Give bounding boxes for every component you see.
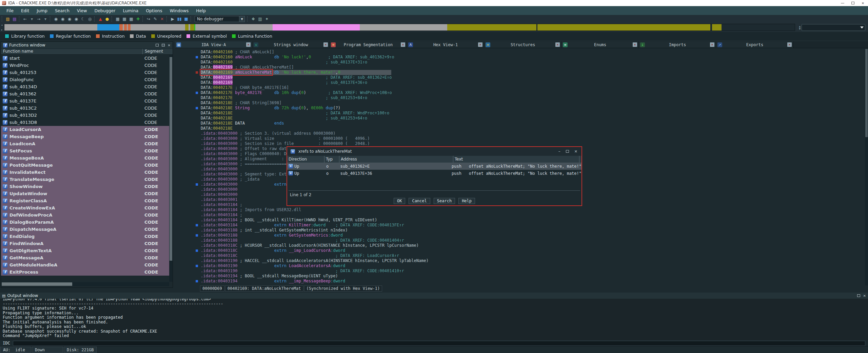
- function-row[interactable]: fGetMessageACODE: [1, 254, 173, 261]
- xref-column-typ[interactable]: Typ: [324, 156, 339, 163]
- disassembly-line[interactable]: DATA:00402169 aNoLuckThereMat db 'No luc…: [201, 70, 865, 75]
- save-icon[interactable]: ▤: [11, 16, 18, 22]
- function-row[interactable]: fsub_401362CODE: [1, 90, 173, 97]
- menu-item-windows[interactable]: Windows: [166, 8, 193, 13]
- xrefs-column-header[interactable]: DirectionTypAddressText: [287, 156, 581, 163]
- disassembly-line[interactable]: DATA:0040218E String db 72h dup(0), 0E00…: [201, 106, 865, 111]
- column-segment[interactable]: Segment: [143, 49, 163, 54]
- menu-item-jump[interactable]: Jump: [33, 8, 51, 13]
- tab-close-icon[interactable]: ✕: [401, 42, 405, 47]
- float-window-button[interactable]: [156, 44, 159, 47]
- search-sequence-icon[interactable]: ◉: [73, 16, 80, 22]
- menu-item-view[interactable]: View: [73, 8, 91, 13]
- disassembly-line[interactable]: .idata:00403184 ;: [201, 212, 865, 218]
- menu-item-search[interactable]: Search: [51, 8, 73, 13]
- search-next-icon[interactable]: ◉: [59, 16, 66, 22]
- disassembly-line[interactable]: DATA:0040218E: [201, 126, 865, 131]
- disasm-scroll-thumb[interactable]: [865, 49, 868, 137]
- functions-vscrollbar[interactable]: [169, 55, 173, 282]
- stop-process-icon[interactable]: ■: [183, 16, 190, 22]
- xref-row[interactable]: ≣Uposub_40137E+36push offset aNoLuckTher…: [287, 170, 581, 177]
- dialog-close-button[interactable]: ✕: [574, 149, 577, 154]
- navband-scroll-arrows[interactable]: ◂▸: [0, 24, 3, 31]
- function-row[interactable]: fShowWindowCODE: [1, 183, 173, 190]
- function-row[interactable]: fMessageBoxACODE: [1, 154, 173, 162]
- create-function-icon[interactable]: ✚: [135, 16, 141, 22]
- tab-enums[interactable]: ≡Enums✕: [561, 41, 639, 48]
- function-row[interactable]: fsub_4013D8CODE: [1, 119, 173, 126]
- tab-program-segmentation[interactable]: ≋Program Segmentation✕: [330, 41, 407, 48]
- maximize-window-button[interactable]: [162, 44, 165, 47]
- disassembly-line[interactable]: DATA:0040218E ; sub_401253+64↑o: [201, 116, 865, 121]
- search-immediate-icon[interactable]: ◉: [66, 16, 73, 22]
- minimize-button[interactable]: [837, 0, 848, 6]
- function-row[interactable]: fLoadIconACODE: [1, 140, 173, 147]
- make-name-icon[interactable]: ▦: [128, 16, 135, 22]
- functions-column-header[interactable]: Function name Segment: [1, 49, 173, 55]
- disassembly-line[interactable]: DATA:0040218E DATA ends: [201, 121, 865, 126]
- tab-close-icon[interactable]: ✕: [633, 42, 637, 47]
- function-row[interactable]: fMessageBeepCODE: [1, 133, 173, 140]
- disassembly-line[interactable]: DATA:0040217E byte_40217E db 10h dup(0) …: [201, 90, 865, 95]
- navigate-forward-dropdown-icon[interactable]: ▾: [42, 16, 49, 22]
- disassembly-line[interactable]: .idata:00403184 ; Imports from USER32.dl…: [201, 207, 865, 212]
- watches-icon[interactable]: ✦: [263, 16, 270, 22]
- debugger-setup-icon[interactable]: ❖: [250, 16, 257, 22]
- jump-icon[interactable]: ↪: [145, 16, 152, 22]
- disassembly-line[interactable]: .idata:00403188 extrn GetSystemMetrics:d…: [201, 233, 865, 238]
- close-window-button[interactable]: ✕: [168, 43, 171, 47]
- disassembly-line[interactable]: .idata:00403000 ; Virtual size : 0000100…: [201, 136, 865, 141]
- pause-process-icon[interactable]: ▮▮: [176, 16, 183, 22]
- function-row[interactable]: fsub_4013C2CODE: [1, 105, 173, 112]
- disassembly-line[interactable]: .idata:00403184 ; BOOL __stdcall KillTim…: [201, 218, 865, 223]
- start-process-icon[interactable]: ▶: [169, 16, 176, 22]
- tab-exports[interactable]: ↗Exports✕: [716, 41, 793, 48]
- tab-strings-window[interactable]: sStrings window✕: [252, 41, 330, 48]
- help-button[interactable]: Help: [458, 198, 475, 204]
- disassembly-line[interactable]: .idata:00403194 extrn __imp_MessageBeep:…: [201, 279, 865, 284]
- menu-item-lumina[interactable]: Lumina: [119, 8, 142, 13]
- navband-spin-arrows[interactable]: ▲▼: [799, 25, 801, 30]
- disassembly-line[interactable]: .idata:00403190 ; HACCEL __stdcall LoadA…: [201, 258, 865, 263]
- dialog-maximize-button[interactable]: [566, 150, 569, 153]
- make-data-icon[interactable]: ▦: [121, 16, 128, 22]
- tab-hex-view-1[interactable]: AHex View-1✕: [407, 41, 484, 48]
- disassembly-line[interactable]: DATA:00402169 ; sub_40137E+36↑o: [201, 80, 865, 85]
- xref-row[interactable]: ≣Uposub_401362+Epush offset aNoLuckThere…: [287, 163, 581, 170]
- function-row[interactable]: fDispatchMessageACODE: [1, 226, 173, 233]
- autoanalysis-indicator-icon[interactable]: ●: [104, 16, 111, 22]
- xref-column-address[interactable]: Address: [339, 156, 453, 163]
- navband-combo[interactable]: [802, 24, 865, 31]
- menu-item-file[interactable]: File: [3, 8, 17, 13]
- tab-close-icon[interactable]: ✕: [246, 42, 251, 47]
- disassembly-line[interactable]: .idata:00403190 extrn LoadAcceleratorsA:…: [201, 263, 865, 268]
- hscroll-thumb[interactable]: [2, 282, 72, 286]
- function-row[interactable]: fLoadCursorACODE: [1, 126, 173, 133]
- disassembly-line[interactable]: .idata:00403194 ; BOOL __stdcall Message…: [201, 274, 865, 279]
- menu-item-debugger[interactable]: Debugger: [91, 8, 119, 13]
- disassembly-line[interactable]: DATA:0040217E ; sub_401253+84↑o: [201, 95, 865, 100]
- function-row[interactable]: fsub_4013D2CODE: [1, 112, 173, 119]
- navigate-forward-icon[interactable]: →: [35, 16, 42, 22]
- tab-close-icon[interactable]: ✕: [555, 42, 560, 47]
- function-row[interactable]: fstartCODE: [1, 55, 173, 62]
- lumina-pull-icon[interactable]: ◎: [86, 16, 93, 22]
- function-row[interactable]: fExitProcessCODE: [1, 268, 173, 276]
- disassembly-line[interactable]: .idata:0040318C ; HCURSOR __stdcall Load…: [201, 243, 865, 248]
- disassembly-line[interactable]: .idata:00403184 extrn KillTimer:dword ; …: [201, 223, 865, 228]
- function-row[interactable]: fInvalidateRectCODE: [1, 169, 173, 176]
- tab-close-icon[interactable]: ✕: [710, 42, 714, 47]
- close-button[interactable]: ✕: [858, 0, 868, 6]
- function-row[interactable]: fFindWindowACODE: [1, 240, 173, 247]
- disassembly-line[interactable]: .idata:00403190 ; DATA XREF: CODE:004014…: [201, 268, 865, 274]
- maximize-button[interactable]: [848, 0, 858, 6]
- tab-imports[interactable]: ↓Imports✕: [639, 41, 716, 48]
- function-row[interactable]: fTranslateMessageCODE: [1, 176, 173, 183]
- cancel-button[interactable]: Cancel: [409, 198, 430, 204]
- debugger-selector[interactable]: No debugger▼: [195, 16, 245, 22]
- functions-hscrollbar[interactable]: [1, 282, 169, 286]
- function-row[interactable]: fSetFocusCODE: [1, 147, 173, 154]
- vscroll-thumb[interactable]: [170, 57, 172, 261]
- undefine-icon[interactable]: ✕: [159, 16, 165, 22]
- patch-icon[interactable]: ✎: [152, 16, 159, 22]
